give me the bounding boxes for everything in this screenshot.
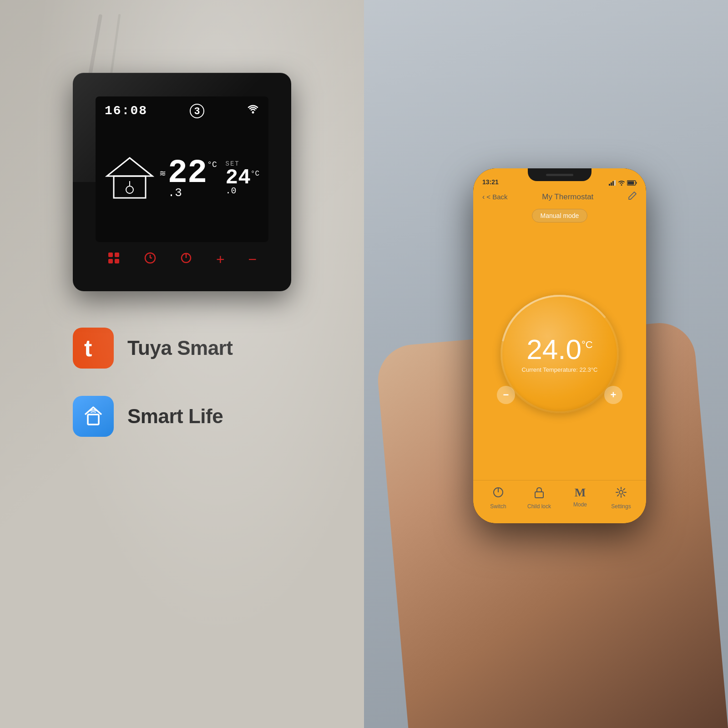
smartlife-brand-name: Smart Life <box>127 405 223 428</box>
house-icon <box>105 156 155 201</box>
edit-icon[interactable] <box>628 191 637 202</box>
svg-rect-28 <box>535 492 543 498</box>
svg-text:t: t <box>84 335 92 361</box>
dial-circle: 24.0 °C Current Temperature: 22.3°C <box>500 295 619 413</box>
phone-device: 13:21 <box>473 168 646 523</box>
lcd-screen: 16:08 3 <box>96 96 268 242</box>
set-temp-display: SET 24 °C .0 <box>226 160 259 196</box>
left-panel: 16:08 3 <box>0 0 364 728</box>
nav-switch[interactable]: Switch <box>478 486 519 510</box>
schedule-button[interactable] <box>107 252 120 268</box>
house-container: ≋ <box>105 156 155 201</box>
plus-button[interactable]: + <box>216 251 225 268</box>
wifi-status-icon <box>618 180 625 186</box>
phone-wrapper: 13:21 <box>473 168 646 523</box>
svg-rect-17 <box>611 182 612 186</box>
branding-section: t Tuya Smart Smart Life <box>73 328 291 437</box>
nav-childlock[interactable]: Child lock <box>519 486 560 510</box>
svg-point-3 <box>126 186 133 193</box>
status-time: 13:21 <box>482 178 499 186</box>
thermostat-touch-buttons: + − <box>96 242 268 268</box>
nav-mode-label: Mode <box>573 501 587 508</box>
svg-rect-6 <box>115 253 119 257</box>
mode-badge[interactable]: Manual mode <box>532 209 588 222</box>
back-label: < Back <box>486 193 507 201</box>
svg-rect-19 <box>614 180 616 186</box>
lock-nav-icon <box>534 486 545 501</box>
current-temp-display: 22 °C .3 <box>168 157 217 200</box>
settings-nav-icon <box>615 486 627 501</box>
app-nav-bar: Switch Child lock M Mode <box>473 480 646 523</box>
phone-speaker <box>546 174 573 176</box>
dial-temp-value: 24.0 <box>526 335 581 364</box>
dial-temp-display: 24.0 °C <box>526 335 592 364</box>
mode-nav-icon: M <box>575 486 586 500</box>
lcd-wifi-icon <box>247 104 259 116</box>
smartlife-logo-icon <box>80 403 107 430</box>
smartlife-icon-container <box>73 396 114 437</box>
svg-point-0 <box>252 111 254 113</box>
back-button[interactable]: ‹ < Back <box>482 193 508 201</box>
current-temp-value: 22 <box>168 157 207 190</box>
svg-rect-2 <box>114 176 146 198</box>
tuya-logo-icon: t <box>80 334 107 362</box>
svg-rect-7 <box>108 259 113 263</box>
timer-button[interactable] <box>144 252 157 268</box>
heat-waves-icon: ≋ <box>159 169 166 178</box>
dial-container: 24.0 °C Current Temperature: 22.3°C − + <box>473 228 646 480</box>
status-icons <box>609 180 637 186</box>
power-nav-icon <box>492 486 505 501</box>
nav-childlock-label: Child lock <box>527 503 551 510</box>
current-temp-decimal: .3 <box>168 186 182 200</box>
minus-button[interactable]: − <box>248 251 257 268</box>
svg-point-29 <box>619 490 623 494</box>
svg-rect-22 <box>628 182 634 185</box>
svg-rect-23 <box>636 182 637 184</box>
increase-temp-button[interactable]: + <box>604 386 622 404</box>
phone-screen: 13:21 <box>473 168 646 523</box>
nav-settings-label: Settings <box>611 503 631 510</box>
dial-current-temp: Current Temperature: 22.3°C <box>522 366 598 373</box>
smartlife-brand-item: Smart Life <box>73 396 291 437</box>
signal-icon <box>609 180 616 186</box>
nav-settings[interactable]: Settings <box>601 486 642 510</box>
mode-badge-container: Manual mode <box>473 207 646 228</box>
thermostat-dial: 24.0 °C Current Temperature: 22.3°C − + <box>496 290 623 418</box>
lcd-time: 16:08 <box>105 104 147 118</box>
lcd-period: 3 <box>190 104 204 118</box>
dial-temp-unit: °C <box>581 339 593 351</box>
back-chevron-icon: ‹ <box>482 193 485 201</box>
svg-rect-16 <box>609 184 610 186</box>
lcd-top-row: 16:08 3 <box>105 104 259 118</box>
phone-notch <box>528 168 592 181</box>
svg-point-20 <box>621 184 622 186</box>
app-title: My Thermostat <box>542 192 593 202</box>
svg-marker-1 <box>107 158 152 176</box>
tuya-brand-name: Tuya Smart <box>127 337 233 359</box>
tuya-icon-container: t <box>73 328 114 369</box>
lcd-middle: ≋ 22 °C .3 SET 24 ° <box>105 122 259 235</box>
set-temp-unit: °C <box>251 170 259 177</box>
power-button[interactable] <box>180 252 192 268</box>
set-temp-decimal: .0 <box>226 186 237 196</box>
svg-rect-8 <box>115 259 119 263</box>
thermostat-device: 16:08 3 <box>73 73 291 291</box>
nav-switch-label: Switch <box>490 503 506 510</box>
current-temp-unit: °C <box>207 161 217 169</box>
decrease-temp-button[interactable]: − <box>497 386 515 404</box>
nav-mode[interactable]: M Mode <box>560 486 601 510</box>
right-panel: 13:21 <box>364 0 728 728</box>
svg-rect-15 <box>88 415 99 425</box>
svg-rect-18 <box>612 181 614 186</box>
tuya-brand-item: t Tuya Smart <box>73 328 291 369</box>
battery-icon <box>627 180 637 186</box>
svg-rect-5 <box>108 253 113 257</box>
